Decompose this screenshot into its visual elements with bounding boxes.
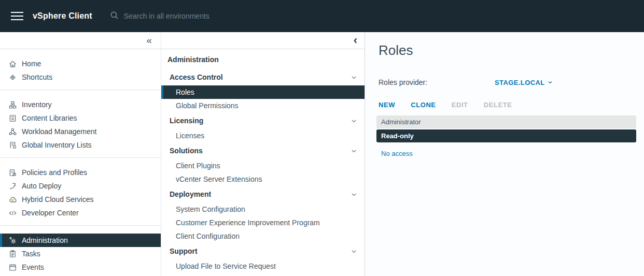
tree-section-access-control[interactable]: Access Control [161, 70, 365, 84]
chevron-down-icon [351, 74, 357, 81]
roles-provider-row: Roles provider: STAGE.LOCAL [379, 78, 636, 86]
global-search [110, 11, 269, 22]
developer-center-icon [8, 209, 17, 217]
sidebar-item-label: Developer Center [22, 209, 79, 217]
role-row-read-only[interactable]: Read-only [376, 129, 636, 142]
sidebar-collapse-icon[interactable]: « [146, 33, 152, 48]
chevron-down-icon [548, 80, 553, 85]
role-row-administrator[interactable]: Administrator [376, 115, 636, 128]
tree-section-licensing[interactable]: Licensing [161, 114, 365, 127]
sidebar-item-events[interactable]: Events [0, 260, 161, 274]
page-title: Roles [379, 42, 636, 59]
sidebar-item-label: Home [22, 60, 41, 68]
tree-item-roles[interactable]: Roles [161, 85, 365, 99]
roles-provider-label: Roles provider: [379, 78, 495, 86]
sidebar-item-inventory[interactable]: Inventory [0, 98, 161, 111]
tree-item-system-configuration[interactable]: System Configuration [161, 202, 365, 216]
tree-section-label: Solutions [170, 147, 203, 155]
sidebar-item-shortcuts[interactable]: Shortcuts [0, 70, 161, 84]
sidebar-item-label: Global Inventory Lists [22, 141, 92, 149]
roles-toolbar: NEW CLONE EDIT DELETE [379, 101, 636, 109]
workload-management-icon [8, 127, 17, 136]
policies-profiles-icon [8, 168, 17, 177]
chevron-down-icon [351, 118, 357, 124]
roles-content: Roles Roles provider: STAGE.LOCAL NEW CL… [365, 32, 644, 276]
tree-section-support[interactable]: Support [161, 244, 365, 258]
role-row-no-access[interactable]: No access [376, 147, 636, 160]
tree-item-global-permissions[interactable]: Global Permissions [161, 99, 365, 112]
tree-title: Administration [161, 51, 365, 69]
edit-button[interactable]: EDIT [452, 101, 468, 109]
tree-item-licenses[interactable]: Licenses [161, 129, 365, 142]
sidebar-item-label: Content Libraries [22, 114, 77, 122]
sidebar-item-administration[interactable]: Administration [0, 234, 161, 247]
sidebar-header: « [0, 32, 161, 49]
roles-list: Administrator Read-only No access [376, 115, 636, 160]
hybrid-cloud-icon [8, 195, 17, 204]
sidebar-group-policies: Policies and Profiles Auto Deploy Hybrid… [0, 158, 161, 226]
sidebar-item-label: Policies and Profiles [22, 168, 87, 177]
chevron-down-icon [351, 248, 357, 255]
tree-section-label: Licensing [170, 117, 203, 125]
sidebar-item-label: Administration [22, 236, 68, 244]
sidebar-group-administration: Administration Tasks Events [0, 226, 161, 276]
delete-button[interactable]: DELETE [484, 101, 512, 109]
tree-item-vcenter-server-extensions[interactable]: vCenter Server Extensions [161, 172, 365, 186]
sidebar-item-content-libraries[interactable]: Content Libraries [0, 111, 161, 125]
main-sidebar: « Home Shortcuts Inventory [0, 32, 161, 276]
chevron-down-icon [351, 191, 357, 198]
sidebar-group-home: Home Shortcuts [0, 49, 161, 90]
content-libraries-icon [8, 114, 17, 123]
sidebar-item-policies-and-profiles[interactable]: Policies and Profiles [0, 166, 161, 179]
sidebar-item-developer-center[interactable]: Developer Center [0, 206, 161, 220]
chevron-down-icon [351, 148, 357, 154]
sidebar-item-label: Workload Management [22, 127, 96, 136]
administration-nav-panel: ‹ Administration Access Control Roles Gl… [161, 32, 365, 276]
sidebar-item-home[interactable]: Home [0, 57, 161, 70]
top-bar: vSphere Client [0, 0, 644, 32]
tree-body: Administration Access Control Roles Glob… [161, 49, 365, 273]
tree-section-deployment[interactable]: Deployment [161, 187, 365, 201]
auto-deploy-icon [8, 182, 17, 191]
tasks-icon [8, 250, 17, 258]
search-icon [110, 11, 119, 22]
sidebar-item-label: Shortcuts [22, 73, 52, 81]
clone-button[interactable]: CLONE [411, 101, 436, 109]
sidebar-item-label: Hybrid Cloud Services [22, 195, 94, 204]
tree-item-client-configuration[interactable]: Client Configuration [161, 229, 365, 243]
tree-section-label: Access Control [170, 73, 223, 81]
sidebar-item-hybrid-cloud-services[interactable]: Hybrid Cloud Services [0, 193, 161, 206]
global-inventory-lists-icon [8, 141, 17, 150]
tree-item-client-plugins[interactable]: Client Plugins [161, 159, 365, 172]
home-icon [8, 60, 17, 68]
app-title: vSphere Client [33, 11, 92, 21]
tree-item-upload-file-to-service-request[interactable]: Upload File to Service Request [161, 259, 365, 273]
sidebar-item-label: Tasks [22, 250, 40, 258]
tree-item-customer-experience-improvement-program[interactable]: Customer Experience Improvement Program [161, 216, 365, 229]
inventory-icon [8, 100, 17, 109]
menu-icon[interactable] [10, 11, 24, 21]
search-input[interactable] [124, 12, 269, 20]
administration-icon [8, 236, 17, 245]
new-button[interactable]: NEW [379, 101, 395, 109]
sidebar-item-label: Auto Deploy [22, 182, 61, 190]
tree-section-label: Deployment [170, 190, 211, 198]
tree-section-solutions[interactable]: Solutions [161, 144, 365, 157]
panel-collapse-icon[interactable]: ‹ [354, 33, 357, 48]
shortcuts-icon [8, 73, 17, 82]
sidebar-item-label: Inventory [22, 100, 52, 109]
sidebar-item-label: Events [22, 263, 44, 271]
roles-provider-dropdown[interactable]: STAGE.LOCAL [495, 79, 553, 86]
sidebar-group-inventory: Inventory Content Libraries Workload Man… [0, 90, 161, 158]
sidebar-item-auto-deploy[interactable]: Auto Deploy [0, 179, 161, 193]
events-icon [8, 263, 17, 272]
tree-panel-header: ‹ [161, 32, 365, 49]
sidebar-item-global-inventory-lists[interactable]: Global Inventory Lists [0, 138, 161, 152]
sidebar-item-workload-management[interactable]: Workload Management [0, 125, 161, 138]
sidebar-item-tasks[interactable]: Tasks [0, 247, 161, 260]
tree-section-label: Support [170, 247, 198, 255]
roles-provider-value: STAGE.LOCAL [495, 79, 545, 86]
